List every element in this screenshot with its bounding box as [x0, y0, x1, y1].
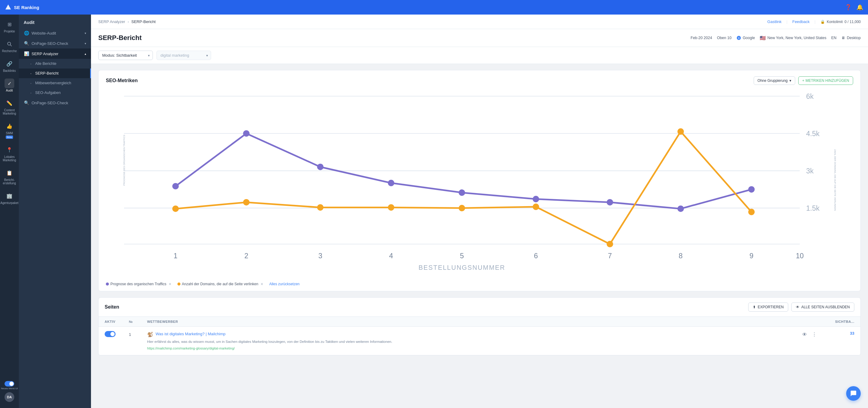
sidebar-item-backlinks[interactable]: 🔗 Backlinks — [1, 56, 18, 75]
sidebar-item-lokales[interactable]: 📍 Lokales Marketing — [1, 143, 18, 164]
competitor-link[interactable]: Was ist digitales Marketing? | Mailchimp — [156, 332, 225, 336]
sichtbar-cell: 33 — [818, 331, 854, 336]
avatar[interactable]: DA — [5, 392, 14, 402]
smm-badge: Beta — [6, 135, 13, 139]
smm-icon: 👍 — [5, 121, 14, 131]
add-metrics-button[interactable]: + METRIKEN HINZUFÜGEN — [798, 76, 853, 85]
svg-point-33 — [607, 241, 613, 247]
onpage-chevron: ▾ — [85, 42, 86, 45]
breadcrumb-parent[interactable]: SERP Analyzer — [98, 20, 125, 24]
help-icon[interactable]: ❓ — [845, 4, 851, 10]
svg-point-30 — [388, 204, 394, 211]
legend-reset[interactable]: Alles zurücksetzen — [269, 282, 300, 286]
content-icon: ✏️ — [5, 98, 14, 108]
onpage-icon: 🔍 — [24, 41, 29, 46]
recherche-label: Recherche — [2, 50, 17, 53]
legend-remove-purple[interactable]: ✕ — [168, 282, 172, 286]
projekte-icon: ⊞ — [5, 20, 14, 29]
chart-title: SEO-Metriken — [106, 78, 138, 83]
sidebar-item-content[interactable]: ✏️ Content Marketing — [1, 96, 18, 118]
legend-dot-purple — [106, 283, 109, 286]
row-nr: 1 — [129, 331, 147, 337]
sidebar-item-onpage-seo[interactable]: 🔍 OnPage-SEO-Check — [19, 98, 91, 108]
mitbewerber-label: Mitbewerbervergleich — [35, 81, 71, 85]
breadcrumb-current: SERP-Bericht — [131, 20, 156, 24]
meta-top: Oben 10 — [717, 36, 732, 40]
sub-item-serp-bericht[interactable]: SERP-Bericht — [19, 68, 91, 78]
svg-text:BESTELLUNGSNUMMER: BESTELLUNGSNUMMER — [418, 264, 505, 270]
svg-point-19 — [243, 130, 250, 137]
svg-text:3: 3 — [318, 252, 322, 260]
svg-point-23 — [533, 196, 539, 202]
topbar: SE Ranking ❓ 🔔 — [0, 0, 868, 14]
serp-analyzer-chevron: ▴ — [85, 52, 86, 56]
gastlink-link[interactable]: Gastlink — [767, 20, 781, 24]
bell-icon[interactable]: 🔔 — [857, 4, 863, 10]
row-toggle-1[interactable] — [105, 331, 116, 337]
keyword-select[interactable]: digital marketing — [156, 51, 211, 60]
row-actions: 👁 ⋮ — [801, 331, 818, 338]
smm-label: SMM — [6, 131, 13, 135]
kontolimit-value: 0 / 11,000 — [845, 20, 861, 24]
language-value: EN — [831, 36, 836, 40]
competitor-cell: 🐒 Was ist digitales Marketing? | Mailchi… — [147, 331, 818, 351]
page-title: SERP-Bericht — [98, 34, 142, 42]
sidebar-item-serp-analyzer[interactable]: 📊 SERP Analyzer ▴ — [19, 49, 91, 59]
svg-point-35 — [748, 209, 754, 215]
svg-point-20 — [317, 164, 323, 170]
svg-text:1.5k: 1.5k — [806, 204, 819, 212]
kontolimit: 🔒 Kontolimit 0 / 11,000 — [820, 20, 861, 24]
feedback-link[interactable]: Feedback — [792, 20, 809, 24]
svg-point-18 — [172, 183, 179, 189]
export-button[interactable]: ⬆ EXPORTIEREN — [748, 303, 788, 312]
legend-label-purple: Prognose des organischen Traffics — [111, 282, 166, 286]
sub-item-alle-berichte[interactable]: Alle Berichte — [19, 59, 91, 68]
chat-bubble[interactable] — [846, 386, 861, 401]
mode-select[interactable]: Modus: Sichtbarkeit Modus: Traffic — [98, 51, 153, 60]
breadcrumb-separator: › — [128, 20, 129, 24]
svg-point-28 — [243, 199, 250, 206]
sub-item-seo-aufgaben[interactable]: SEO-Aufgaben — [19, 88, 91, 98]
meta-date: Feb-20 2024 — [690, 36, 712, 40]
sidebar-item-website-audit[interactable]: 🌐 Website-Audit ▾ — [19, 28, 91, 38]
page-header-meta: Feb-20 2024 Oben 10 G Google 🇺🇸 New York… — [690, 35, 861, 41]
sidebar-item-projekte[interactable]: ⊞ Projekte — [1, 17, 18, 35]
svg-text:1: 1 — [174, 252, 178, 260]
hide-pages-button[interactable]: 👁 ALLE SEITEN AUSBLENDEN — [791, 303, 854, 312]
top-value: Oben 10 — [717, 36, 732, 40]
meta-engine: G Google — [736, 35, 755, 40]
svg-point-25 — [678, 206, 684, 212]
breadcrumb-bar: SERP Analyzer › SERP-Bericht Gastlink | … — [91, 14, 868, 29]
sidebar-item-smm[interactable]: 👍 SMM Beta — [1, 119, 18, 141]
svg-text:5: 5 — [460, 252, 464, 260]
export-icon: ⬆ — [753, 305, 756, 309]
sidebar-item-onpage-check[interactable]: 🔍 OnPage-SEO-Check ▾ — [19, 38, 91, 49]
svg-point-31 — [459, 205, 465, 211]
svg-text:6k: 6k — [806, 92, 814, 100]
agentur-label: Agenturpaket — [0, 201, 19, 205]
col-nr: № — [129, 320, 147, 323]
grouping-button[interactable]: Ohne Gruppierung ▾ — [754, 76, 795, 85]
meta-location: 🇺🇸 New York, New York, United States — [760, 35, 827, 41]
sub-item-mitbewerber[interactable]: Mitbewerbervergleich — [19, 78, 91, 88]
legend-item-purple: Prognose des organischen Traffics ✕ — [106, 282, 172, 286]
more-row-icon[interactable]: ⋮ — [811, 331, 818, 338]
eye-row-icon[interactable]: 👁 — [801, 331, 808, 338]
serp-analyzer-label: SERP Analyzer — [32, 52, 59, 56]
sidebar-item-audit[interactable]: ✓ Audit — [1, 76, 18, 95]
lokales-label: Lokales Marketing — [2, 155, 17, 162]
sidebar-item-recherche[interactable]: Recherche — [1, 37, 18, 55]
svg-point-29 — [317, 204, 323, 211]
sidebar-item-agentur[interactable]: 🏢 Agenturpaket — [1, 189, 18, 207]
sidebar-item-bericht[interactable]: 📋 Bericht-erstellung — [1, 165, 18, 187]
new-menu-toggle[interactable] — [5, 381, 14, 386]
legend-remove-orange[interactable]: ✕ — [260, 282, 263, 286]
legend-dot-orange — [178, 283, 181, 286]
svg-text:8: 8 — [679, 252, 683, 260]
website-audit-chevron: ▾ — [85, 32, 86, 35]
plus-icon: + — [802, 79, 804, 83]
svg-text:7: 7 — [608, 252, 612, 260]
website-audit-label: Website-Audit — [32, 31, 56, 35]
page-header: SERP-Bericht Feb-20 2024 Oben 10 G Googl… — [91, 29, 868, 47]
icon-nav-bottom: Neues Menü UI DA — [1, 381, 18, 406]
